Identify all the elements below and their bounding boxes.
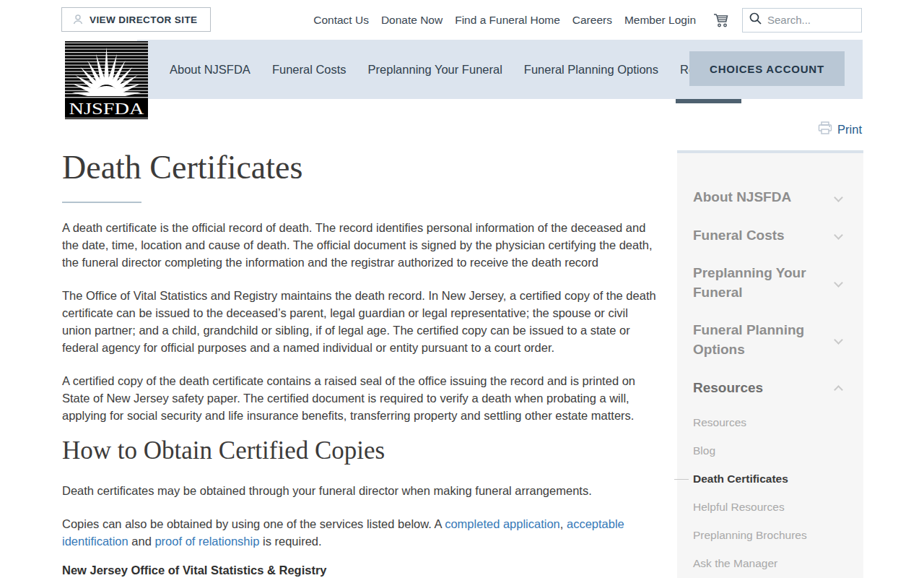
right-sidebar-nav: About NJSFDA Funeral Costs Preplanning Y… [677, 150, 863, 578]
toplink-contact-us[interactable]: Contact Us [313, 14, 369, 27]
resources-subnav: Resources Blog Death Certificates Helpfu… [693, 416, 845, 570]
chevron-down-icon [834, 193, 843, 202]
subnav-blog[interactable]: Blog [693, 444, 845, 457]
njsfda-logo[interactable]: NJSFDA [65, 41, 148, 119]
view-director-site-button[interactable]: VIEW DIRECTOR SITE [61, 7, 211, 32]
chevron-down-icon [834, 336, 843, 345]
search-box [742, 8, 862, 33]
top-utility-bar: VIEW DIRECTOR SITE Contact Us Donate Now… [0, 0, 924, 40]
page-title: Death Certificates [62, 149, 657, 187]
inline-link[interactable]: completed application [445, 517, 560, 530]
active-item-dash [674, 479, 689, 480]
toplink-find-a-funeral-home[interactable]: Find a Funeral Home [455, 14, 560, 27]
article: Death Certificates A death certificate i… [62, 144, 657, 578]
toplink-member-login[interactable]: Member Login [624, 14, 696, 27]
paragraph-6-bold: New Jersey Office of Vital Statistics & … [62, 561, 657, 578]
paragraph-3: A certified copy of the death certificat… [62, 372, 657, 424]
primary-nav: About NJSFDA Funeral Costs Preplanning Y… [170, 40, 737, 99]
print-label: Print [837, 123, 862, 137]
subnav-death-certificates[interactable]: Death Certificates [693, 473, 845, 486]
choices-account-button[interactable]: CHOICES ACCOUNT [689, 51, 845, 86]
printer-icon [818, 121, 832, 138]
toplink-donate-now[interactable]: Donate Now [381, 14, 443, 27]
subnav-preplanning-brochures[interactable]: Preplanning Brochures [693, 529, 845, 542]
toplink-careers[interactable]: Careers [572, 14, 612, 27]
print-button[interactable]: Print [818, 121, 862, 138]
paragraph-2: The Office of Vital Statistics and Regis… [62, 287, 657, 356]
title-underline [62, 202, 141, 203]
person-icon [72, 14, 84, 25]
nav-funeral-costs[interactable]: Funeral Costs [272, 40, 346, 99]
sidebar-item-funeral-costs[interactable]: Funeral Costs [693, 226, 845, 246]
sidebar-item-preplanning-your-funeral[interactable]: Preplanning Your Funeral [693, 264, 845, 302]
paragraph-1: A death certificate is the official reco… [62, 219, 657, 271]
nav-funeral-planning-options[interactable]: Funeral Planning Options [524, 40, 658, 99]
inline-link[interactable]: proof of relationship [154, 535, 259, 548]
paragraph-5: Copies can also be obtained by using one… [62, 515, 657, 550]
subnav-helpful-resources[interactable]: Helpful Resources [693, 501, 845, 514]
paragraph-4: Death certificates may be obtained throu… [62, 482, 657, 499]
subnav-ask-the-manager[interactable]: Ask the Manager [693, 557, 845, 570]
chevron-down-icon [834, 278, 843, 288]
chevron-down-icon [834, 231, 843, 241]
search-icon [749, 12, 762, 28]
view-director-site-label: VIEW DIRECTOR SITE [90, 14, 197, 25]
nav-about-njsfda[interactable]: About NJSFDA [170, 40, 250, 99]
sidebar-item-funeral-planning-options[interactable]: Funeral Planning Options [693, 321, 845, 359]
sidebar-item-resources[interactable]: Resources [693, 379, 845, 398]
shopping-cart-icon[interactable] [712, 12, 730, 28]
subnav-resources[interactable]: Resources [693, 416, 845, 429]
primary-nav-band: About NJSFDA Funeral Costs Preplanning Y… [137, 40, 863, 99]
chevron-up-icon [834, 385, 843, 394]
sidebar-item-about-njsfda[interactable]: About NJSFDA [693, 188, 845, 207]
utility-nav: Contact Us Donate Now Find a Funeral Hom… [313, 0, 862, 40]
section-heading: How to Obtain Certified Copies [62, 436, 657, 466]
svg-text:NJSFDA: NJSFDA [69, 99, 145, 118]
nav-preplanning-your-funeral[interactable]: Preplanning Your Funeral [368, 40, 502, 99]
search-input[interactable] [767, 14, 847, 26]
